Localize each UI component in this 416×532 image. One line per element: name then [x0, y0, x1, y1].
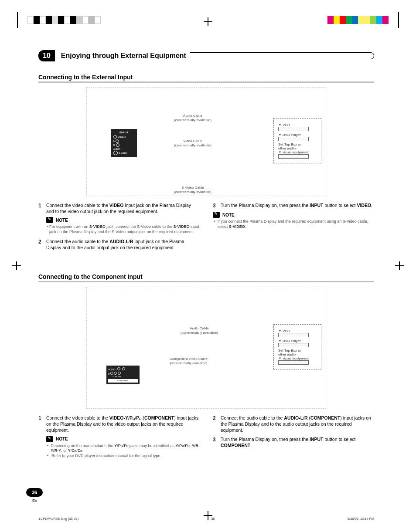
page-number: 36 [26, 488, 43, 497]
step-text: Turn the Plasma Display on, then press t… [221, 436, 374, 448]
panel-label: R [108, 373, 110, 375]
panel-label: PR [118, 376, 121, 378]
equipment-label: VCR [283, 123, 290, 127]
equipment-label: DVD Player [283, 339, 301, 343]
step: 2 Connect the audio cable to the AUDIO-L… [213, 415, 374, 434]
step-number: 2 [213, 415, 221, 434]
registration-mark-icon [204, 17, 212, 26]
panel-label: L [113, 139, 115, 142]
chapter-number: 10 [38, 50, 55, 61]
diagram-label: (commercially available) [174, 143, 211, 147]
footer-file: 11-PDP42RXE-Eng (35-37) [38, 517, 78, 521]
diagram-label: Component Video Cable [170, 357, 208, 361]
panel-label: INPUT [113, 131, 134, 135]
panel-label: PB [115, 376, 117, 378]
step: 1 Connect the video cable to the VIDEO i… [38, 202, 200, 214]
note-label: NOTE [222, 213, 235, 217]
step-text: Turn the Plasma Display on, then press t… [221, 202, 374, 209]
note-label: NOTE [56, 437, 68, 441]
note-bullet: • Refer to your DVD player instruction m… [47, 454, 200, 459]
page-content: 10 Enjoying through External Equipment C… [38, 50, 374, 462]
equipment-label: other audio- [278, 352, 297, 356]
note-bullet: • For equipment with an S-VIDEO jack, co… [47, 224, 200, 234]
note-icon [46, 217, 53, 223]
panel-label: S-VIDEO [119, 152, 128, 154]
step-text: Connect the audio cable to the AUDIO-L/R… [46, 238, 200, 251]
footer-metadata: 11-PDP42RXE-Eng (35-37) 36 9/30/05, 12:1… [38, 517, 374, 521]
registration-mark-icon [395, 261, 404, 270]
equipment-label: DVD Player [283, 133, 301, 137]
note-box: NOTE • For equipment with an S-VIDEO jac… [46, 217, 200, 234]
panel-label: R [113, 144, 115, 146]
section-title: Connecting to the External Input [38, 74, 374, 83]
diagram-label: (commercially available) [181, 331, 218, 335]
step: 2 Connect the audio cable to the AUDIO-L… [38, 238, 200, 251]
step-number: 3 [213, 202, 221, 209]
note-box: NOTE • If you connect the Plasma Display… [213, 212, 374, 229]
diagram-label: Audio Cable [183, 114, 202, 118]
step: 3 Turn the Plasma Display on, then press… [213, 202, 374, 209]
panel-label: COMPONENT [108, 379, 138, 383]
panel-label: VIDEO [118, 136, 126, 138]
equipment-label: Set Top Box or [278, 349, 301, 352]
connection-diagram-component: Audio Cable (commercially available) Com… [86, 287, 326, 409]
instruction-columns: 1 Connect the video cable to the VIDEO i… [38, 202, 374, 253]
panel-label: AUDIO [113, 147, 134, 151]
step-number: 1 [38, 415, 46, 434]
footer-date: 9/30/05, 12:16 PM [348, 517, 374, 521]
diagram-label: (commercially available) [174, 118, 211, 122]
footer-page: 36 [211, 517, 215, 521]
equipment-label: other audio- [278, 146, 297, 150]
step: 3 Turn the Plasma Display on, then press… [213, 436, 374, 448]
chapter-title: Enjoying through External Equipment [56, 52, 186, 60]
step-text: Connect the video cable to the VIDEO-Y/P… [46, 415, 200, 434]
step-number: 2 [38, 238, 46, 251]
section-title: Connecting to the Component Input [38, 273, 374, 282]
note-box: NOTE • Depending on the manufacturer, th… [46, 436, 200, 459]
instruction-columns: 1 Connect the video cable to the VIDEO-Y… [38, 415, 374, 462]
chapter-header: 10 Enjoying through External Equipment [38, 50, 374, 61]
diagram-label: Audio Cable [190, 326, 209, 330]
step-number: 3 [213, 436, 221, 448]
diagram-label: (commercially available) [170, 361, 208, 365]
equipment-label: visual equipment [283, 150, 309, 154]
step-text: Connect the video cable to the VIDEO inp… [46, 202, 200, 214]
panel-label: Y [113, 376, 114, 378]
chapter-rule [190, 52, 374, 59]
equipment-label: VCR [283, 329, 290, 333]
step: 1 Connect the video cable to the VIDEO-Y… [38, 415, 200, 434]
registration-mark-icon [12, 261, 21, 270]
note-bullet: • Depending on the manufacturer, the Y/P… [47, 444, 200, 454]
diagram-label: Video Cable [183, 139, 202, 143]
equipment-label: Set Top Box or [278, 142, 301, 146]
page-language: En [32, 498, 37, 503]
note-icon [46, 436, 53, 442]
diagram-label: S-Video Cable [181, 186, 204, 190]
diagram-label: (commercially available) [174, 190, 211, 194]
step-text: Connect the audio cable to the AUDIO-L/R… [221, 415, 374, 434]
panel-label: AUDIO [108, 368, 115, 371]
note-label: NOTE [56, 218, 68, 223]
panel-label: L [116, 368, 117, 371]
note-bullet: • If you connect the Plasma Display and … [214, 219, 374, 229]
step-number: 1 [38, 202, 46, 214]
note-icon [213, 212, 220, 218]
equipment-label: visual equipment [283, 356, 309, 360]
connection-diagram-external: Audio Cable (commercially available) Vid… [86, 87, 326, 196]
